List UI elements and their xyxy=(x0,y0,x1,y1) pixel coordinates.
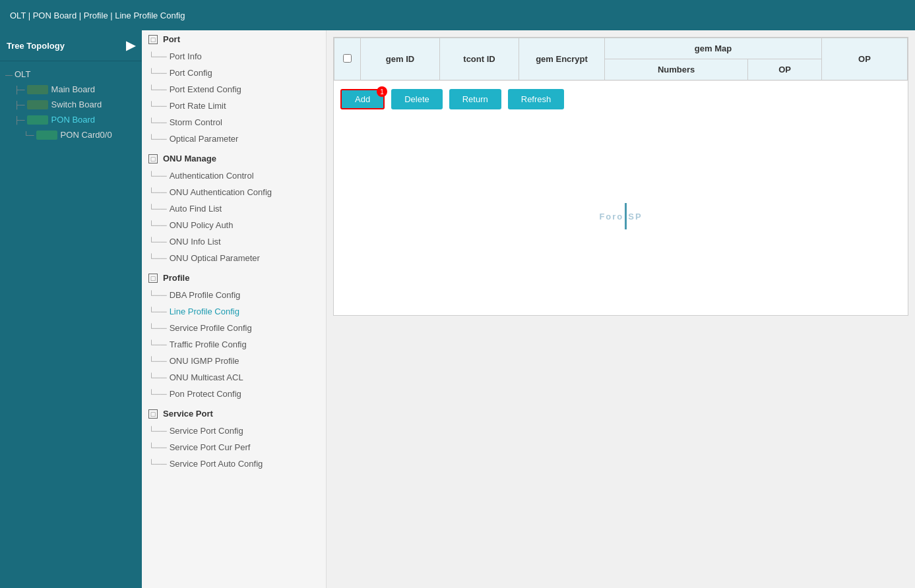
optical-parameter-label: Optical Parameter xyxy=(170,134,239,144)
sidebar-item-switch-board[interactable]: ├─ Switch Board xyxy=(0,97,142,112)
section-collapse-icon: □ xyxy=(148,274,158,283)
sidebar-item-pon-card[interactable]: └─ PON Card0/0 xyxy=(0,127,142,142)
tree-dash: └── xyxy=(148,237,167,247)
nav-item-auto-find-list[interactable]: └── Auto Find List xyxy=(142,200,326,217)
nav-item-port-config[interactable]: └── Port Config xyxy=(142,65,326,81)
auth-control-label: Authentication Control xyxy=(170,171,254,181)
nav-section-onu-header[interactable]: □ ONU Manage xyxy=(142,150,326,167)
sidebar-item-olt[interactable]: — OLT xyxy=(0,67,142,82)
delete-button[interactable]: Delete xyxy=(391,89,443,109)
tree-line: — xyxy=(5,71,13,78)
nav-item-port-info[interactable]: └── Port Info xyxy=(142,48,326,65)
nav-item-onu-policy-auth[interactable]: └── ONU Policy Auth xyxy=(142,217,326,233)
sidebar-title-text: Tree Topology xyxy=(7,41,65,51)
table-header-op: OP xyxy=(822,38,908,80)
tree-dash: └── xyxy=(148,253,167,263)
tree-dash: └── xyxy=(148,290,167,300)
nav-item-onu-auth-config[interactable]: └── ONU Authentication Config xyxy=(142,184,326,200)
nav-section-onu-manage: □ ONU Manage └── Authentication Control … xyxy=(142,150,326,266)
nav-section-port-header[interactable]: □ Port xyxy=(142,30,326,48)
switch-board-label: Switch Board xyxy=(51,100,102,109)
nav-section-service-port: □ Service Port └── Service Port Config └… xyxy=(142,405,326,472)
tree-dash: └── xyxy=(148,389,167,399)
main-content: □ Port └── Port Info └── Port Config xyxy=(142,30,915,588)
add-button-label: Add xyxy=(355,94,370,104)
pon-protect-config-label: Pon Protect Config xyxy=(170,389,241,399)
tree-dash: └── xyxy=(148,101,167,111)
nav-item-onu-info-list[interactable]: └── ONU Info List xyxy=(142,233,326,250)
nav-item-port-rate-limit[interactable]: └── Port Rate Limit xyxy=(142,98,326,114)
port-config-label: Port Config xyxy=(170,68,212,78)
nav-section-profile-header[interactable]: □ Profile xyxy=(142,269,326,287)
nav-section-profile-label: Profile xyxy=(163,273,189,283)
nav-item-dba-profile-config[interactable]: └── DBA Profile Config xyxy=(142,287,326,303)
onu-policy-auth-label: ONU Policy Auth xyxy=(170,220,234,230)
tree-dash: └── xyxy=(148,459,167,469)
sidebar: Tree Topology ▶ — OLT ├─ Main Board ├─ S… xyxy=(0,30,142,588)
board-icon xyxy=(27,100,48,109)
top-header: OLT | PON Board | Profile | Line Profile… xyxy=(0,0,915,30)
nav-item-port-extend-config[interactable]: └── Port Extend Config xyxy=(142,81,326,98)
table-header-tcont-id: tcont ID xyxy=(440,38,519,80)
tree-dash: └── xyxy=(148,356,167,366)
board-icon xyxy=(27,85,48,94)
line-profile-config-label: Line Profile Config xyxy=(170,307,239,316)
watermark: Foro SP xyxy=(334,117,908,315)
collapse-arrow[interactable]: ▶ xyxy=(126,38,135,53)
refresh-button[interactable]: Refresh xyxy=(508,89,565,109)
service-port-config-label: Service Port Config xyxy=(170,426,243,436)
nav-item-optical-parameter[interactable]: └── Optical Parameter xyxy=(142,131,326,147)
select-all-checkbox[interactable] xyxy=(343,54,352,63)
nav-section-onu-label: ONU Manage xyxy=(163,154,216,163)
add-button[interactable]: Add 1 xyxy=(340,89,385,109)
nav-item-service-port-cur-perf[interactable]: └── Service Port Cur Perf xyxy=(142,439,326,456)
olt-label: OLT xyxy=(15,69,30,79)
nav-item-service-port-config[interactable]: └── Service Port Config xyxy=(142,423,326,439)
table-header-gem-map: gem Map xyxy=(605,38,822,59)
nav-item-pon-protect-config[interactable]: └── Pon Protect Config xyxy=(142,386,326,402)
left-nav: □ Port └── Port Info └── Port Config xyxy=(142,30,327,588)
nav-item-onu-multicast-acl[interactable]: └── ONU Multicast ACL xyxy=(142,369,326,386)
nav-item-onu-igmp-profile[interactable]: └── ONU IGMP Profile xyxy=(142,353,326,369)
nav-item-onu-optical-parameter[interactable]: └── ONU Optical Parameter xyxy=(142,250,326,266)
tree-dash: └── xyxy=(148,187,167,197)
nav-item-storm-control[interactable]: └── Storm Control xyxy=(142,114,326,131)
return-button[interactable]: Return xyxy=(449,89,501,109)
tree-dash: └── xyxy=(148,426,167,436)
tree-line: ├─ xyxy=(15,116,25,124)
section-collapse-icon: □ xyxy=(148,154,158,163)
tree-nodes: — OLT ├─ Main Board ├─ Switch Board ├─ P… xyxy=(0,61,142,148)
tree-dash: └── xyxy=(148,51,167,61)
onu-auth-config-label: ONU Authentication Config xyxy=(170,187,272,197)
action-bar: Add 1 Delete Return Refresh xyxy=(334,80,908,117)
nav-section-service-port-header[interactable]: □ Service Port xyxy=(142,405,326,423)
table-header-gem-map-numbers: Numbers xyxy=(605,59,748,80)
table-container: gem ID tcont ID gem Encrypt gem Map OP N… xyxy=(333,37,908,316)
add-badge: 1 xyxy=(377,86,387,97)
return-button-label: Return xyxy=(462,94,488,104)
port-extend-config-label: Port Extend Config xyxy=(170,84,241,94)
table-header-gem-encrypt: gem Encrypt xyxy=(519,38,605,80)
nav-item-traffic-profile-config[interactable]: └── Traffic Profile Config xyxy=(142,336,326,353)
nav-item-service-port-auto-config[interactable]: └── Service Port Auto Config xyxy=(142,456,326,472)
sidebar-item-main-board[interactable]: ├─ Main Board xyxy=(0,82,142,97)
sidebar-title: Tree Topology ▶ xyxy=(0,30,142,61)
nav-section-profile-items: └── DBA Profile Config └── Line Profile … xyxy=(142,287,326,402)
port-info-label: Port Info xyxy=(170,51,202,61)
table-header-gem-map-op: OP xyxy=(748,59,822,80)
tree-line: ├─ xyxy=(15,101,25,109)
section-collapse-icon: □ xyxy=(148,35,158,44)
watermark-text-right: SP xyxy=(628,212,642,221)
tree-dash: └── xyxy=(148,68,167,78)
sidebar-item-pon-board[interactable]: ├─ PON Board xyxy=(0,112,142,127)
nav-item-service-profile-config[interactable]: └── Service Profile Config xyxy=(142,320,326,336)
tree-dash: └── xyxy=(148,84,167,94)
tree-dash: └── xyxy=(148,204,167,214)
nav-item-auth-control[interactable]: └── Authentication Control xyxy=(142,167,326,184)
tree-dash: └── xyxy=(148,117,167,127)
pon-card-label: PON Card0/0 xyxy=(61,130,112,140)
header-breadcrumb: OLT | PON Board | Profile | Line Profile… xyxy=(10,11,185,20)
onu-optical-parameter-label: ONU Optical Parameter xyxy=(170,253,260,263)
nav-item-line-profile-config[interactable]: └── Line Profile Config xyxy=(142,303,326,320)
tree-line: ├─ xyxy=(15,86,25,94)
